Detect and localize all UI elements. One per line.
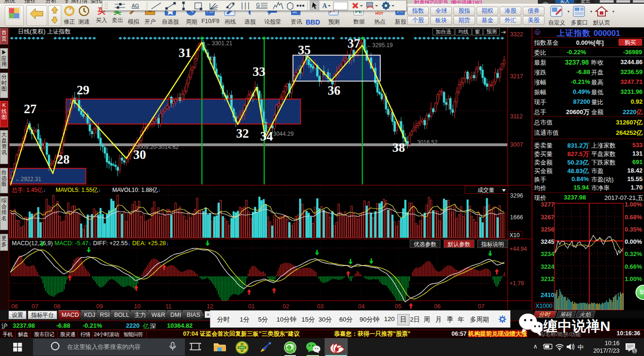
svg-text:MAVOL5: 1.55亿↓: MAVOL5: 1.55亿↓ [56,187,101,193]
svg-text:35: 35 [298,43,311,57]
svg-text:←3301.21: ←3301.21 [206,40,233,47]
svg-text:AG: AG [132,3,139,8]
svg-text:1666: 1666 [510,214,523,221]
svg-text:12: 12 [207,303,213,310]
svg-text:指标说明: 指标说明 [481,241,504,248]
svg-text:日线(复权) 上证指数: 日线(复权) 上证指数 [18,28,71,35]
svg-text:3322: 3322 [510,31,523,38]
svg-text:32: 32 [236,126,249,141]
svg-text:3217: 3217 [510,73,523,80]
svg-text:←3295.19: ←3295.19 [367,42,393,49]
svg-text:总手: 1.45亿↓: 总手: 1.45亿↓ [11,187,46,193]
svg-text:+1.79: +1.79 [510,280,524,287]
svg-text:36: 36 [328,83,341,98]
svg-text:38: 38 [393,141,405,155]
svg-text:窗: 窗 [475,29,480,34]
svg-text:08: 08 [54,303,60,310]
svg-text:默认参数: 默认参数 [448,241,470,248]
svg-text:04: 04 [358,303,365,310]
svg-text:预测: 预测 [486,29,497,34]
svg-text:03: 03 [317,303,324,310]
svg-text:+44.94: +44.94 [510,246,527,252]
svg-text:3112: 3112 [510,113,523,120]
svg-text:1: 1 [633,349,636,354]
svg-text:3296: 3296 [510,192,523,199]
svg-text:优选参数: 优选参数 [414,241,436,248]
svg-text:3007: 3007 [510,141,523,148]
svg-text:07: 07 [32,303,38,310]
svg-text:G: G [256,2,260,8]
svg-text:06: 06 [11,303,18,310]
svg-text:A: A [322,2,327,9]
svg-text:HOT: HOT [376,11,384,16]
svg-text:33: 33 [253,65,266,79]
svg-text:27: 27 [24,102,37,116]
svg-text:成交量: 成交量 [477,187,494,193]
svg-text:02: 02 [283,303,289,310]
svg-text:加自选: 加自选 [436,29,452,34]
svg-text:07: 07 [478,303,485,310]
svg-text:10: 10 [134,303,141,310]
svg-text:均线: 均线 [458,29,468,34]
svg-text:←2922.31: ←2922.31 [15,176,42,182]
svg-text:3009.20-3014.62: 3009.20-3014.62 [136,144,179,150]
svg-text:29: 29 [77,83,90,97]
svg-text:31: 31 [179,46,192,60]
svg-text:28: 28 [57,152,70,166]
svg-text:09: 09 [96,303,103,310]
svg-text:MACD(12,26,9) MACD: -5.47↓ DIF: MACD(12,26,9) MACD: -5.47↓ DIFF: +22.55↓… [12,240,169,247]
svg-text:11: 11 [166,303,172,310]
svg-text:←3044.29: ←3044.29 [268,131,294,137]
svg-text:X10: X10 [510,232,520,239]
svg-text:MAVOL10: 1.88亿↓: MAVOL10: 1.88亿↓ [112,187,161,193]
svg-text:⇥: ⇥ [501,29,506,35]
svg-text:06: 06 [434,303,441,310]
svg-text:05: 05 [395,303,401,310]
svg-text:←3016.52: ←3016.52 [411,139,438,146]
svg-text:01: 01 [248,303,255,310]
